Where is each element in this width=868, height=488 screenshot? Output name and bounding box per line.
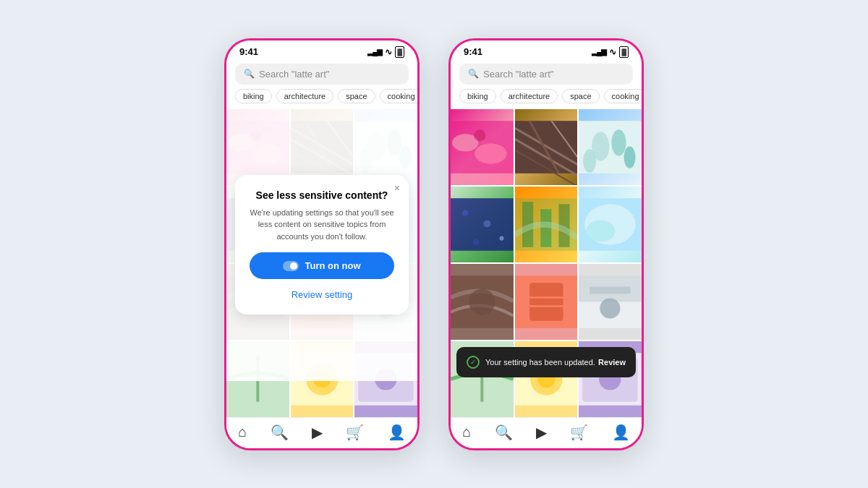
- toast-notification: ✓ Your setting has been updated. Review: [456, 347, 636, 377]
- tag-space-left[interactable]: space: [338, 89, 375, 103]
- nav-profile-right[interactable]: 👤: [612, 424, 630, 441]
- svg-point-62: [500, 236, 504, 240]
- turn-on-label: Turn on now: [305, 260, 360, 271]
- search-icon-left: 🔍: [244, 69, 255, 79]
- tag-cooking-right[interactable]: cooking: [604, 89, 642, 103]
- status-bar-right: 9:41 ▂▄▆ ∿ ▓: [451, 40, 642, 61]
- status-time-left: 9:41: [239, 46, 258, 57]
- checkmark-icon: ✓: [470, 359, 476, 366]
- tag-architecture-left[interactable]: architecture: [276, 89, 333, 103]
- signal-icon-right: ▂▄▆: [592, 48, 606, 56]
- nav-shop-right[interactable]: 🛒: [570, 424, 588, 441]
- search-bar-left[interactable]: 🔍 Search "latte art": [235, 64, 409, 85]
- phone-right: 9:41 ▂▄▆ ∿ ▓ 🔍 Search "latte art" biking…: [448, 38, 644, 450]
- photo-cell-r2: [515, 109, 578, 185]
- status-bar-left: 9:41 ▂▄▆ ∿ ▓: [226, 40, 417, 61]
- svg-point-46: [475, 143, 506, 163]
- svg-point-58: [583, 149, 596, 172]
- toggle-icon: [283, 261, 299, 271]
- toggle-dot: [290, 262, 297, 270]
- toast-check-icon: ✓: [467, 356, 480, 369]
- tag-cooking-left[interactable]: cooking: [380, 89, 417, 103]
- nav-search-right[interactable]: 🔍: [495, 424, 513, 441]
- svg-rect-66: [540, 209, 551, 247]
- toast-review-button[interactable]: Review: [598, 358, 626, 367]
- nav-home-right[interactable]: ⌂: [462, 424, 471, 440]
- bottom-nav-left: ⌂ 🔍 ▶ 🛒 👤: [226, 417, 417, 448]
- phones-container: 9:41 ▂▄▆ ∿ ▓ 🔍 Search "latte art" biking…: [224, 38, 644, 450]
- svg-point-56: [612, 129, 626, 155]
- signal-icon-left: ▂▄▆: [367, 48, 382, 56]
- battery-icon-right: ▓: [619, 46, 629, 58]
- review-setting-button[interactable]: Review setting: [250, 286, 394, 303]
- photo-cell-r6: [579, 187, 642, 262]
- nav-reels-left[interactable]: ▶: [312, 424, 323, 441]
- battery-icon-left: ▓: [395, 46, 404, 58]
- svg-point-57: [624, 146, 636, 168]
- svg-point-61: [483, 220, 490, 227]
- nav-reels-right[interactable]: ▶: [536, 424, 547, 441]
- toast-content: ✓ Your setting has been updated.: [467, 356, 595, 369]
- search-icon-right: 🔍: [468, 69, 479, 79]
- photo-cell-r7: [451, 264, 514, 340]
- svg-point-60: [462, 210, 468, 215]
- wifi-icon-left: ∿: [385, 47, 392, 57]
- photo-cell-r3: [579, 109, 642, 185]
- svg-point-47: [474, 129, 485, 141]
- svg-point-70: [586, 220, 615, 241]
- nav-home-left[interactable]: ⌂: [238, 424, 247, 440]
- tag-biking-right[interactable]: biking: [459, 89, 496, 103]
- svg-point-79: [600, 298, 621, 318]
- svg-point-63: [473, 239, 479, 244]
- photo-cell-r4: [451, 187, 514, 262]
- tags-row-left: biking architecture space cooking fash: [226, 89, 417, 109]
- search-placeholder-right: Search "latte art": [483, 69, 553, 80]
- bottom-nav-right: ⌂ 🔍 ▶ 🛒 👤: [451, 417, 642, 448]
- turn-on-button[interactable]: Turn on now: [250, 252, 394, 279]
- nav-shop-left[interactable]: 🛒: [346, 424, 364, 441]
- nav-search-left[interactable]: 🔍: [271, 424, 289, 441]
- modal-description: We're updating settings so that you'll s…: [250, 207, 394, 243]
- modal-title: See less sensitive content?: [250, 189, 394, 201]
- photo-cell-r9: [579, 264, 642, 340]
- tags-row-right: biking architecture space cooking fash: [451, 89, 642, 109]
- svg-rect-74: [529, 283, 563, 320]
- svg-rect-59: [451, 198, 514, 251]
- tag-biking-left[interactable]: biking: [235, 89, 272, 103]
- modal-overlay: × See less sensitive content? We're upda…: [226, 109, 417, 381]
- modal-box: × See less sensitive content? We're upda…: [235, 175, 409, 315]
- tag-architecture-right[interactable]: architecture: [501, 89, 558, 103]
- photo-cell-r1: [451, 109, 514, 185]
- phone-left: 9:41 ▂▄▆ ∿ ▓ 🔍 Search "latte art" biking…: [224, 38, 420, 450]
- svg-point-72: [469, 288, 495, 314]
- status-icons-left: ▂▄▆ ∿ ▓: [367, 46, 404, 58]
- svg-rect-80: [590, 286, 630, 294]
- status-icons-right: ▂▄▆ ∿ ▓: [592, 46, 629, 58]
- tag-space-right[interactable]: space: [562, 89, 599, 103]
- photo-cell-r8: [515, 264, 578, 340]
- status-time-right: 9:41: [464, 46, 482, 57]
- toast-message: Your setting has been updated.: [485, 358, 595, 367]
- modal-close-button[interactable]: ×: [394, 182, 400, 194]
- wifi-icon-right: ∿: [609, 47, 616, 57]
- photo-cell-r5: [515, 187, 578, 262]
- search-bar-right[interactable]: 🔍 Search "latte art": [459, 64, 633, 85]
- search-placeholder-left: Search "latte art": [259, 69, 329, 80]
- nav-profile-left[interactable]: 👤: [388, 424, 406, 441]
